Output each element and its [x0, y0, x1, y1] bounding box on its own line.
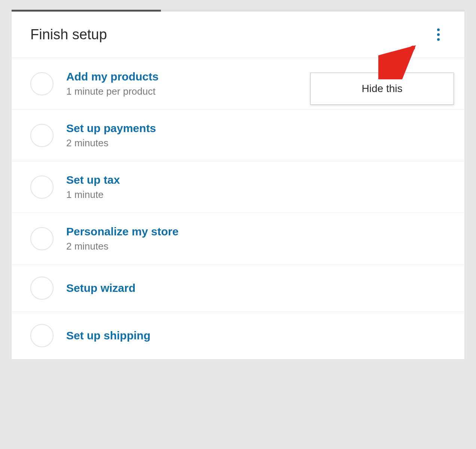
task-title: Set up payments: [66, 122, 156, 135]
task-text: Add my products 1 minute per product: [66, 70, 159, 97]
options-popup: Hide this: [310, 73, 454, 105]
task-text: Personalize my store 2 minutes: [66, 225, 178, 252]
task-title: Set up tax: [66, 173, 120, 187]
task-text: Set up tax 1 minute: [66, 173, 120, 201]
task-personalize-store[interactable]: Personalize my store 2 minutes: [12, 213, 464, 265]
task-check-circle: [30, 324, 54, 347]
task-setup-wizard[interactable]: Setup wizard: [12, 265, 464, 312]
task-setup-tax[interactable]: Set up tax 1 minute: [12, 161, 464, 213]
task-check-circle: [30, 227, 54, 250]
hide-this-option[interactable]: Hide this: [311, 73, 454, 104]
task-subtitle: 2 minutes: [66, 241, 178, 252]
panel-header: Finish setup: [12, 12, 464, 58]
task-subtitle: 2 minutes: [66, 137, 156, 149]
task-title: Set up shipping: [66, 329, 150, 342]
task-title: Setup wizard: [66, 281, 135, 295]
task-subtitle: 1 minute per product: [66, 86, 159, 97]
task-check-circle: [30, 124, 54, 147]
task-setup-shipping[interactable]: Set up shipping: [12, 312, 464, 359]
finish-setup-panel: Finish setup Add my products 1 minute pe…: [11, 9, 465, 360]
page-title: Finish setup: [30, 27, 107, 43]
task-text: Set up payments 2 minutes: [66, 122, 156, 149]
task-title: Personalize my store: [66, 225, 178, 238]
more-options-button[interactable]: [431, 27, 446, 42]
kebab-icon: [437, 28, 440, 41]
task-text: Set up shipping: [66, 329, 150, 342]
task-setup-payments[interactable]: Set up payments 2 minutes: [12, 110, 464, 161]
task-text: Setup wizard: [66, 281, 135, 295]
task-title: Add my products: [66, 70, 159, 83]
task-subtitle: 1 minute: [66, 189, 120, 201]
task-check-circle: [30, 277, 54, 300]
task-check-circle: [30, 175, 54, 199]
task-check-circle: [30, 72, 54, 95]
